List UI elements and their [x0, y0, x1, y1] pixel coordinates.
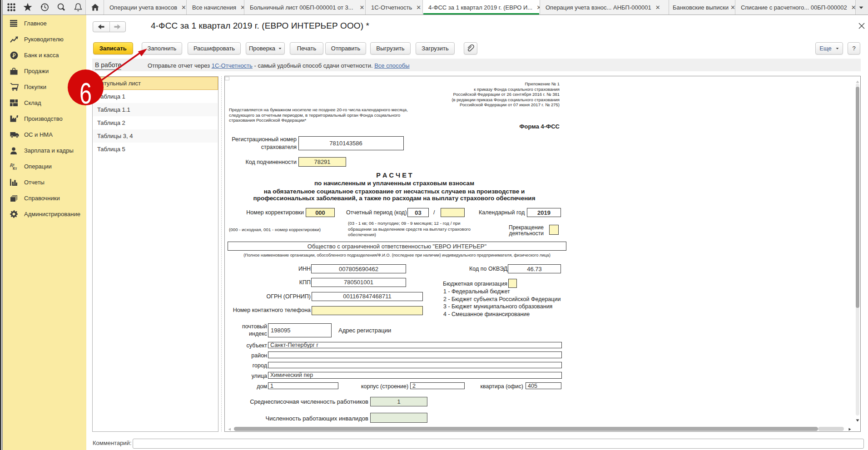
svg-text:Кт: Кт	[13, 166, 17, 170]
